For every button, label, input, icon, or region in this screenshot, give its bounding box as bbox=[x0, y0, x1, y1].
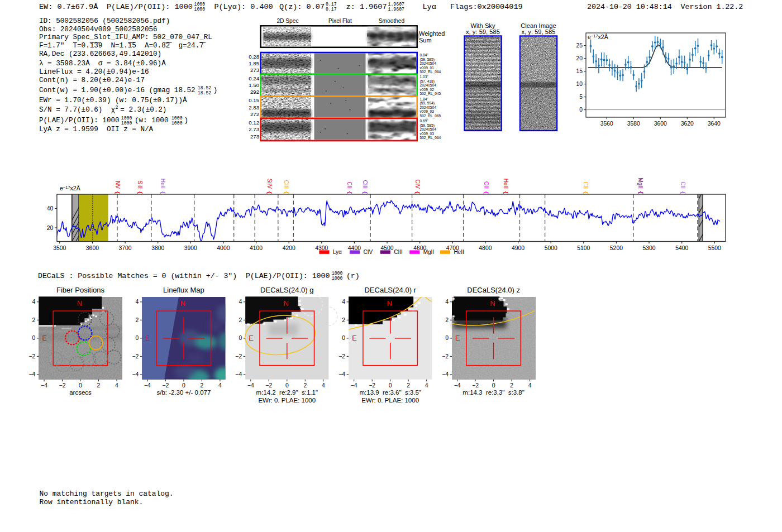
svg-text:2: 2 bbox=[97, 382, 101, 389]
svg-text:−4: −4 bbox=[351, 382, 357, 389]
svg-text:−4: −4 bbox=[132, 371, 139, 377]
svg-text:Clean Image: Clean Image bbox=[521, 22, 556, 29]
svg-text:0: 0 bbox=[136, 335, 139, 341]
svg-text:4500: 4500 bbox=[380, 245, 393, 251]
svg-text:1000: 1000 bbox=[332, 276, 343, 281]
svg-text:Obs: 20240504v009_5002582056: Obs: 20240504v009_5002582056 bbox=[39, 26, 158, 33]
svg-text:272: 272 bbox=[250, 111, 259, 117]
svg-text:5500: 5500 bbox=[708, 245, 721, 251]
svg-text:0: 0 bbox=[389, 382, 392, 389]
svg-text:0.28: 0.28 bbox=[249, 54, 259, 60]
svg-text:P(LAE)/P(OII): 1000: P(LAE)/P(OII): 1000 bbox=[107, 3, 193, 11]
svg-text:HeII: HeII bbox=[454, 249, 464, 255]
svg-text:2.73: 2.73 bbox=[249, 126, 259, 132]
svg-text:2: 2 bbox=[303, 382, 307, 389]
svg-text:S/N = 7.7(±0.6) χ: S/N = 7.7(±0.6) χ bbox=[39, 106, 115, 114]
svg-text:502_RL_065: 502_RL_065 bbox=[420, 114, 441, 118]
svg-text:1000: 1000 bbox=[121, 116, 132, 121]
svg-text:−2: −2 bbox=[265, 382, 272, 389]
svg-text:4200: 4200 bbox=[283, 245, 295, 251]
svg-text:0.17: 0.17 bbox=[326, 2, 337, 7]
svg-text:Fiber Positions: Fiber Positions bbox=[56, 286, 104, 294]
svg-text:0: 0 bbox=[579, 107, 583, 113]
svg-text:E: E bbox=[352, 334, 357, 342]
svg-text:0: 0 bbox=[182, 382, 185, 389]
svg-text:NV: NV bbox=[115, 181, 121, 189]
svg-text:20240504: 20240504 bbox=[420, 127, 437, 131]
svg-text:502_RL_064: 502_RL_064 bbox=[420, 70, 441, 74]
svg-text:HeII: HeII bbox=[160, 179, 166, 189]
svg-text:DECaLS(24.0) z: DECaLS(24.0) z bbox=[467, 286, 520, 294]
svg-text:4: 4 bbox=[425, 382, 428, 389]
svg-text:Lineflux Map: Lineflux Map bbox=[163, 286, 204, 294]
svg-text:1000: 1000 bbox=[171, 116, 183, 121]
svg-text:5400: 5400 bbox=[675, 245, 688, 251]
svg-text:P(Lyα): 0.400: P(Lyα): 0.400 bbox=[214, 3, 273, 11]
svg-text:−2: −2 bbox=[235, 353, 242, 360]
svg-text:0: 0 bbox=[342, 335, 345, 341]
svg-text:P(LAE)/P(OII): 1000: P(LAE)/P(OII): 1000 bbox=[39, 117, 120, 124]
svg-text:20: 20 bbox=[576, 55, 583, 61]
svg-text:1000: 1000 bbox=[121, 121, 132, 126]
svg-text:4: 4 bbox=[322, 382, 325, 389]
svg-text:273: 273 bbox=[250, 133, 259, 140]
svg-text:4: 4 bbox=[218, 382, 222, 389]
svg-text:0.84": 0.84" bbox=[420, 53, 429, 57]
svg-text:z: 1.9607: z: 1.9607 bbox=[346, 3, 387, 11]
svg-text:4: 4 bbox=[115, 382, 118, 389]
svg-text:No matching targets in catalog: No matching targets in catalog. bbox=[40, 490, 174, 498]
svg-text:F=1.7" T=0.139 N=1.15 A=0.8: F=1.7" T=0.139 N=1.15 A=0.82 g=24.7 bbox=[39, 42, 204, 50]
svg-text:−4: −4 bbox=[41, 382, 47, 389]
svg-text:4100: 4100 bbox=[250, 245, 263, 251]
svg-text:0.24: 0.24 bbox=[249, 75, 259, 82]
svg-text:SiIV: SiIV bbox=[266, 179, 273, 189]
svg-text:4: 4 bbox=[32, 299, 36, 305]
svg-text:2024-10-20 10:48:14 Version 1: 2024-10-20 10:48:14 Version 1.22.2 bbox=[587, 3, 743, 11]
svg-text:ID: 5002582056 (5002582056.pdf: ID: 5002582056 (5002582056.pdf) bbox=[39, 17, 170, 25]
svg-text:OII: OII bbox=[483, 181, 489, 189]
svg-text:20240504: 20240504 bbox=[420, 83, 437, 87]
svg-text:1000: 1000 bbox=[194, 2, 206, 7]
svg-text:DECaLS(24.0) r: DECaLS(24.0) r bbox=[364, 286, 416, 294]
svg-text:(w: 1000: (w: 1000 bbox=[135, 117, 168, 124]
svg-text:): ) bbox=[213, 87, 218, 94]
svg-text:0: 0 bbox=[79, 382, 82, 389]
svg-text:0.17: 0.17 bbox=[326, 7, 337, 12]
svg-text:−2: −2 bbox=[29, 353, 36, 360]
svg-text:MgII: MgII bbox=[637, 178, 643, 189]
svg-text:RA,Dec (233.626663,49.142010): RA,Dec (233.626663,49.142010) bbox=[39, 50, 161, 58]
svg-text:4400: 4400 bbox=[348, 245, 361, 251]
svg-text:Smoothed: Smoothed bbox=[379, 18, 405, 24]
svg-text:3700: 3700 bbox=[119, 245, 132, 251]
svg-text:1000: 1000 bbox=[332, 271, 343, 276]
svg-text:1.9607: 1.9607 bbox=[388, 2, 405, 7]
svg-text:arcsecs: arcsecs bbox=[69, 389, 92, 396]
svg-text:2: 2 bbox=[201, 382, 204, 389]
svg-text:x, y: 59, 585: x, y: 59, 585 bbox=[522, 28, 556, 35]
svg-text:5100: 5100 bbox=[577, 245, 590, 251]
svg-text:4900: 4900 bbox=[512, 245, 524, 251]
svg-text:N: N bbox=[387, 299, 392, 308]
svg-text:λ = 3598.23Å σ = 3.84(±0.96)Å: λ = 3598.23Å σ = 3.84(±0.96)Å bbox=[39, 60, 166, 68]
svg-text:4: 4 bbox=[136, 299, 139, 305]
svg-text:−2: −2 bbox=[369, 382, 375, 389]
svg-text:20240504: 20240504 bbox=[420, 61, 437, 65]
svg-text:3600: 3600 bbox=[654, 121, 667, 127]
svg-text:e−17x2Å: e−17x2Å bbox=[588, 33, 608, 41]
svg-text:502_RL_064: 502_RL_064 bbox=[420, 136, 441, 140]
svg-text:−4: −4 bbox=[247, 382, 254, 389]
svg-text:−4: −4 bbox=[144, 382, 151, 389]
svg-text:0: 0 bbox=[285, 382, 289, 389]
svg-text:N: N bbox=[284, 299, 289, 308]
svg-text:Lyα: Lyα bbox=[423, 3, 436, 11]
svg-text:1.50: 1.50 bbox=[249, 82, 259, 88]
svg-text:4000: 4000 bbox=[217, 245, 230, 251]
svg-text:−2: −2 bbox=[132, 353, 139, 360]
svg-text:292: 292 bbox=[250, 89, 259, 95]
svg-text:2.83: 2.83 bbox=[249, 104, 259, 111]
svg-text:−2: −2 bbox=[472, 382, 479, 389]
svg-text:MgII: MgII bbox=[423, 249, 434, 255]
svg-text:N: N bbox=[180, 299, 185, 308]
svg-text:Lyα: Lyα bbox=[333, 249, 342, 255]
svg-text:18.52: 18.52 bbox=[198, 90, 212, 95]
